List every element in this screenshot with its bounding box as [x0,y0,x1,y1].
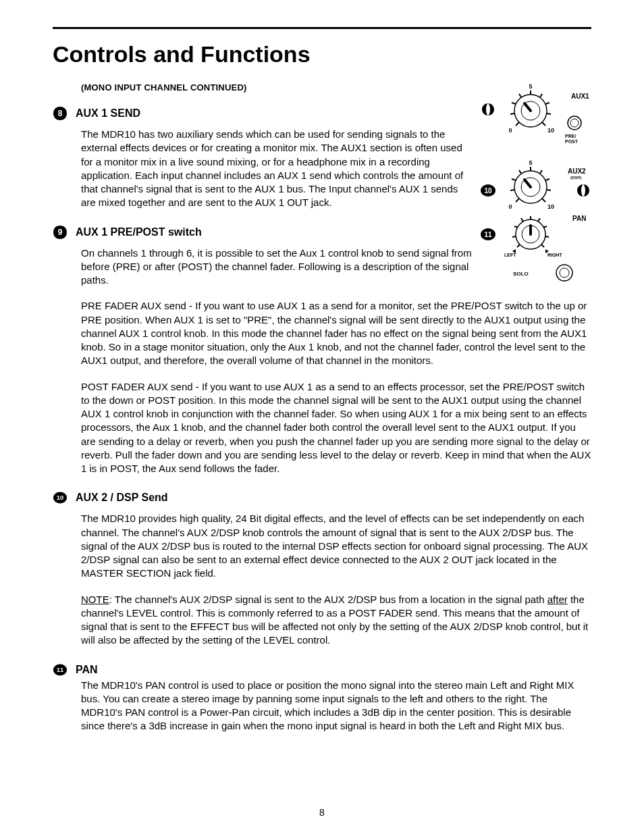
svg-line-30 [519,170,521,174]
badge-10-icon: 10 [53,490,68,505]
manual-page: Controls and Functions 8 [0,0,644,834]
svg-text:PAN: PAN [572,215,586,222]
section-9-header: 9 AUX 1 PRE/POST switch [53,225,472,240]
svg-line-3 [525,103,531,111]
top-rule [53,27,591,29]
section-10-header: 10 AUX 2 / DSP Send [53,490,591,505]
svg-text:0: 0 [508,127,512,134]
section-10-heading: AUX 2 / DSP Send [76,492,168,504]
svg-line-32 [540,170,542,174]
svg-line-6 [512,103,516,104]
svg-line-28 [510,190,514,190]
svg-text:AUX2: AUX2 [568,167,586,175]
svg-line-5 [510,113,514,114]
section-8-heading: AUX 1 SEND [76,107,140,120]
svg-text:9: 9 [58,228,63,237]
svg-line-52 [543,226,547,228]
svg-line-34 [547,190,551,190]
svg-line-26 [525,180,531,187]
svg-line-53 [545,236,549,237]
badge-8-icon: 8 [53,106,68,121]
svg-line-7 [519,94,521,97]
svg-line-33 [545,179,549,180]
svg-line-10 [545,103,549,104]
svg-point-17 [568,116,581,130]
svg-line-4 [516,122,519,126]
svg-line-12 [542,122,545,126]
svg-line-49 [521,218,523,221]
svg-point-62 [560,268,569,278]
svg-line-29 [512,179,516,180]
svg-text:10: 10 [484,187,492,194]
svg-line-9 [540,94,542,97]
svg-text:9: 9 [581,186,585,194]
svg-text:0: 0 [508,203,512,210]
svg-line-11 [547,113,551,114]
svg-text:10: 10 [547,127,554,134]
svg-line-54 [541,244,544,247]
page-title: Controls and Functions [53,41,591,68]
svg-text:10: 10 [547,203,554,210]
section-10-body: The MDR10 provides high quality, 24 Bit … [81,512,591,647]
svg-text:POST: POST [565,139,579,144]
section-11-heading: PAN [76,664,98,676]
svg-text:11: 11 [57,667,63,673]
svg-line-51 [538,218,540,221]
svg-text:10: 10 [57,495,63,502]
section-8-header: 8 AUX 1 SEND [53,106,472,121]
badge-11-icon: 11 [53,662,68,677]
svg-text:RIGHT: RIGHT [547,253,563,257]
svg-point-61 [556,265,572,281]
svg-text:PRE/: PRE/ [565,134,576,138]
svg-text:SOLO: SOLO [513,271,529,277]
svg-text:(DSP): (DSP) [570,176,581,180]
note-word: NOTE [81,594,109,605]
svg-point-18 [570,119,579,127]
page-number: 8 [0,807,644,818]
section-9-heading: AUX 1 PRE/POST switch [76,226,202,238]
svg-text:5: 5 [529,159,532,166]
svg-text:5: 5 [529,83,532,90]
section-11-header: 11 PAN [53,662,591,677]
badge-9-icon: 9 [53,225,68,240]
svg-text:AUX1: AUX1 [571,93,589,100]
svg-line-46 [517,244,520,247]
svg-line-27 [516,199,519,202]
svg-text:8: 8 [486,105,490,113]
svg-text:11: 11 [484,231,492,238]
section-11-body: The MDR10's PAN control is used to place… [81,679,591,733]
svg-text:LEFT: LEFT [504,253,516,257]
svg-line-48 [514,226,518,228]
svg-text:8: 8 [58,109,63,118]
section-9-p2: PRE FADER AUX send - If you want to use … [81,299,591,367]
svg-line-35 [542,199,545,202]
section-10-p1: The MDR10 provides high quality, 24 Bit … [81,512,591,580]
svg-line-47 [512,236,516,237]
section-10-p2: NOTE: The channel's AUX 2/DSP signal is … [81,593,591,648]
after-word: after [547,594,568,605]
section-11-p1: The MDR10's PAN control is used to place… [81,679,591,733]
section-9-p3: POST FADER AUX send - If you want to use… [81,380,591,476]
channel-diagram: 8 5 0 10 AUX1 [480,82,591,288]
